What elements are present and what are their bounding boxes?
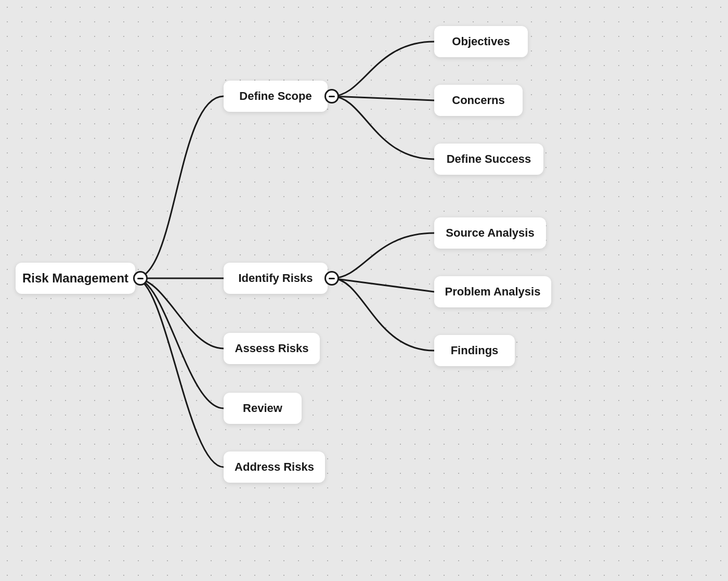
assess-risks-label: Assess Risks	[235, 342, 309, 355]
collapse-root-button[interactable]	[133, 271, 148, 286]
define-scope-label: Define Scope	[239, 89, 311, 103]
objectives-label: Objectives	[452, 35, 510, 48]
define-success-node[interactable]: Define Success	[434, 144, 543, 175]
collapse-define-scope-button[interactable]	[324, 89, 339, 104]
objectives-node[interactable]: Objectives	[434, 26, 528, 57]
mind-map: Risk Management Define Scope Identify Ri…	[0, 0, 728, 581]
root-label: Risk Management	[22, 271, 128, 286]
problem-analysis-node[interactable]: Problem Analysis	[434, 276, 551, 307]
root-node[interactable]: Risk Management	[16, 263, 135, 294]
collapse-identify-risks-button[interactable]	[324, 271, 339, 286]
concerns-node[interactable]: Concerns	[434, 85, 523, 116]
review-node[interactable]: Review	[224, 393, 302, 424]
problem-analysis-label: Problem Analysis	[445, 285, 541, 299]
define-success-label: Define Success	[447, 152, 531, 166]
findings-node[interactable]: Findings	[434, 335, 515, 366]
address-risks-node[interactable]: Address Risks	[224, 451, 325, 483]
findings-label: Findings	[451, 344, 499, 357]
identify-risks-node[interactable]: Identify Risks	[224, 263, 328, 294]
identify-risks-label: Identify Risks	[238, 272, 313, 285]
source-analysis-label: Source Analysis	[446, 226, 534, 240]
define-scope-node[interactable]: Define Scope	[224, 81, 328, 112]
review-label: Review	[243, 402, 282, 415]
address-risks-label: Address Risks	[235, 460, 314, 474]
source-analysis-node[interactable]: Source Analysis	[434, 217, 546, 249]
concerns-label: Concerns	[452, 94, 504, 107]
assess-risks-node[interactable]: Assess Risks	[224, 333, 320, 364]
